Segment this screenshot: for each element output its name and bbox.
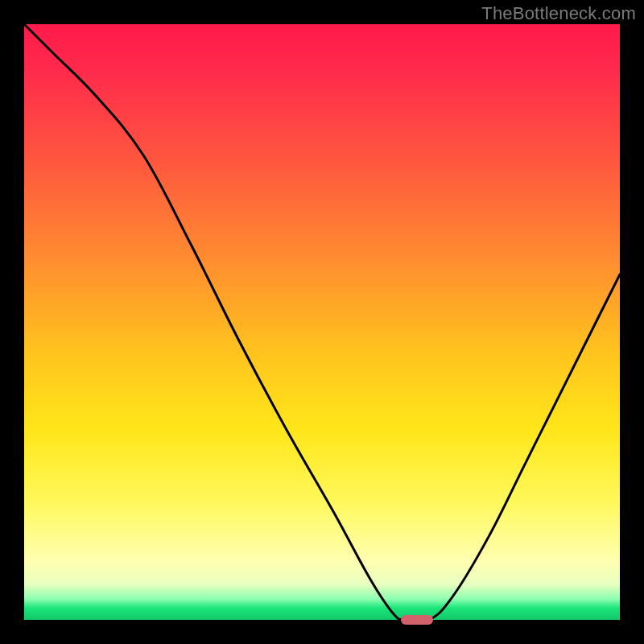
plot-area <box>24 24 620 620</box>
chart-frame: TheBottleneck.com <box>0 0 644 644</box>
bottleneck-curve <box>24 24 620 622</box>
optimum-marker <box>401 615 433 625</box>
watermark-text: TheBottleneck.com <box>481 3 636 24</box>
curve-svg <box>24 24 620 620</box>
